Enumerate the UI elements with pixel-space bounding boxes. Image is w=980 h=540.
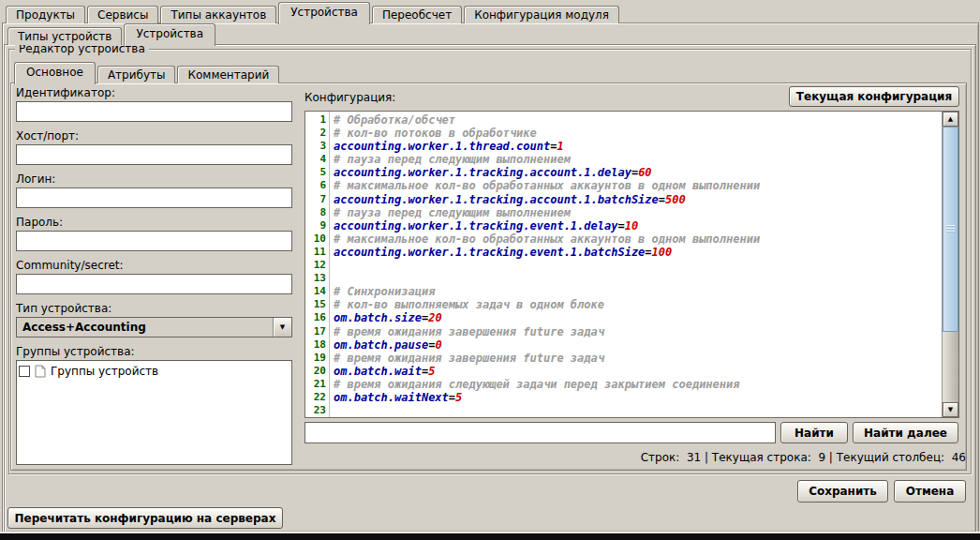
module-tabs: ПродуктыСервисыТипы аккаунтовУстройстваП… — [6, 2, 621, 23]
line-number: 20 — [305, 365, 326, 378]
code-line: # максимальное кол-во обработанных аккау… — [334, 179, 942, 192]
line-number: 21 — [305, 378, 326, 391]
property-value: 60 — [638, 166, 651, 179]
tab-devices-devices[interactable]: Устройства — [124, 23, 215, 46]
password-input[interactable] — [16, 231, 292, 251]
config-editor[interactable]: 1234567891011121314151617181920212223 # … — [304, 111, 959, 418]
code-line: om.batch.waitNext=5 — [334, 391, 942, 404]
code-line: accounting.worker.1.tracking.event.1.bat… — [334, 246, 942, 259]
code-line: # время ожидания завершения future задач — [334, 325, 942, 338]
find-next-button[interactable]: Найти далее — [853, 422, 958, 443]
tab-module-module-configuration[interactable]: Конфигурация модуля — [464, 6, 619, 23]
code-line: # время ожидания следующей задачи перед … — [334, 378, 942, 391]
code-line: # кол-во потоков в обработчике — [334, 127, 942, 140]
document-icon — [35, 365, 46, 378]
tab-module-account-types[interactable]: Типы аккаунтов — [160, 6, 276, 23]
device-groups-tree[interactable]: Группы устройств — [16, 360, 292, 465]
property-value: 5 — [455, 391, 462, 404]
community-secret-label: Community/secret: — [16, 259, 292, 272]
scroll-down-button[interactable]: ▼ — [943, 402, 958, 417]
line-number: 2 — [305, 127, 326, 140]
device-type-dropdown-button[interactable]: ▼ — [273, 318, 291, 337]
line-number: 11 — [305, 246, 326, 259]
search-input[interactable] — [304, 422, 776, 443]
tab-module-services[interactable]: Сервисы — [87, 6, 158, 23]
line-number: 22 — [305, 391, 326, 404]
code-line: accounting.worker.1.tracking.event.1.del… — [334, 219, 942, 232]
equals-sign: = — [645, 246, 651, 259]
chevron-down-icon: ▼ — [280, 323, 285, 331]
identifier-input[interactable] — [16, 101, 292, 122]
comment-text: # Обработка/обсчет — [334, 113, 455, 127]
property-key: om.batch.pause — [334, 338, 428, 352]
device-type-combobox[interactable]: Access+Accounting ▼ — [16, 317, 292, 338]
scroll-up-button[interactable]: ▲ — [943, 112, 958, 127]
line-number: 16 — [305, 311, 326, 324]
form-field-community-secret: Community/secret: — [16, 259, 292, 294]
editor-scrollbar[interactable]: ▲ ▼ — [942, 112, 958, 417]
code-line: # кол-во выполняемых задач в одном блоке — [334, 298, 942, 311]
bottom-strip — [0, 533, 980, 540]
comment-text: # пауза перед следующим выполнением — [334, 153, 571, 166]
cancel-button[interactable]: Отмена — [894, 480, 966, 502]
equals-sign: = — [659, 193, 665, 206]
line-number: 6 — [305, 179, 326, 192]
line-number: 17 — [305, 325, 326, 338]
reread-config-button[interactable]: Перечитать конфигурацию на серверах — [7, 507, 283, 529]
property-key: om.batch.waitNext — [334, 391, 449, 404]
editor-gutter: 1234567891011121314151617181920212223 — [305, 112, 330, 417]
code-line: om.batch.pause=0 — [334, 338, 942, 352]
comment-text: # максимальное кол-во обработанных аккау… — [334, 232, 760, 246]
device-groups-checkbox[interactable] — [19, 366, 30, 377]
form-field-password: Пароль: — [16, 216, 292, 251]
comment-text: # время ожидания следующей задачи перед … — [334, 378, 739, 391]
comment-text: # кол-во выполняемых задач в одном блоке — [334, 298, 604, 311]
scrollbar-grip — [946, 225, 955, 233]
code-line: # время ожидания завершения future задач — [334, 352, 942, 365]
tab-editor-general[interactable]: Основное — [14, 62, 96, 84]
property-key: om.batch.size — [334, 311, 422, 324]
editor-code[interactable]: # Обработка/обсчет# кол-во потоков в обр… — [330, 112, 942, 417]
code-line: accounting.worker.1.thread.count=1 — [334, 140, 942, 153]
line-number: 14 — [305, 285, 326, 298]
code-line: om.batch.size=20 — [334, 311, 942, 324]
comment-text: # время ожидания завершения future задач — [334, 325, 604, 338]
current-config-button[interactable]: Текущая конфигурация — [789, 86, 959, 107]
tab-module-products[interactable]: Продукты — [6, 6, 85, 23]
devices-tabs: Типы устройствУстройства — [7, 23, 217, 45]
tree-item-label: Группы устройств — [51, 365, 158, 378]
scrollbar-thumb[interactable] — [943, 127, 958, 332]
line-number: 18 — [305, 338, 326, 352]
tab-editor-attributes[interactable]: Атрибуты — [97, 66, 176, 83]
code-line: # пауза перед следующим выполнением — [334, 153, 942, 166]
property-value: 5 — [428, 365, 435, 378]
login-label: Логин: — [16, 172, 292, 186]
triangle-down-icon: ▼ — [948, 406, 953, 413]
line-number: 8 — [305, 206, 326, 219]
code-line: # Обработка/обсчет — [334, 113, 942, 127]
line-number: 4 — [305, 153, 326, 166]
equals-sign: = — [617, 219, 624, 232]
property-key: accounting.worker.1.thread.count — [334, 140, 550, 153]
tab-module-devices[interactable]: Устройства — [278, 2, 370, 24]
line-number: 12 — [305, 259, 326, 272]
line-number: 1 — [305, 113, 326, 127]
code-line — [334, 272, 942, 285]
comment-text: # Синхронизация — [334, 285, 435, 298]
community-secret-input[interactable] — [16, 274, 292, 294]
code-line: # Синхронизация — [334, 285, 942, 298]
find-button[interactable]: Найти — [780, 422, 848, 443]
tree-item-device-groups[interactable]: Группы устройств — [19, 364, 290, 379]
line-number: 7 — [305, 193, 326, 206]
property-key: accounting.worker.1.tracking.event.1.bat… — [334, 246, 645, 259]
line-number: 19 — [305, 352, 326, 365]
form-fields: Идентификатор:Хост/порт:Логин:Пароль:Com… — [16, 86, 292, 294]
editor-status-line: Строк: 31 | Текущая строка: 9 | Текущий … — [525, 451, 966, 464]
tab-devices-device-types[interactable]: Типы устройств — [7, 27, 122, 45]
property-key: accounting.worker.1.tracking.account.1.d… — [334, 166, 631, 179]
host-port-input[interactable] — [16, 144, 292, 165]
login-input[interactable] — [16, 188, 292, 208]
tab-editor-comment[interactable]: Комментарий — [177, 66, 279, 83]
save-button[interactable]: Сохранить — [797, 480, 888, 502]
tab-module-recalculation[interactable]: Переобсчет — [372, 6, 462, 23]
